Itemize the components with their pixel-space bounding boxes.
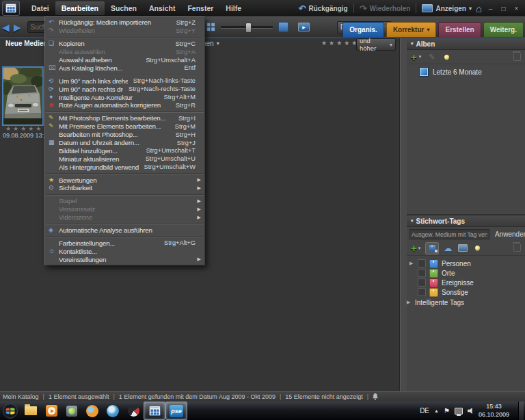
single-view-icon[interactable] — [278, 22, 288, 32]
menu-title[interactable]: Ansicht — [143, 1, 182, 15]
tag-checkbox[interactable] — [418, 278, 426, 287]
menu-item[interactable]: Als Hintergrundbild verwenden Strg+Umsch… — [45, 163, 204, 171]
volume-icon[interactable] — [468, 408, 474, 414]
menu-item[interactable]: ◉ Rote Augen automatisch korrigieren Str… — [45, 101, 204, 109]
organizer-taskbar-button[interactable] — [144, 402, 165, 420]
explorer-taskbar-button[interactable] — [21, 402, 41, 419]
menu-item[interactable]: Videoszene ▶ — [45, 213, 204, 222]
redo-button[interactable]: ↷ Wiederholen — [360, 4, 411, 13]
menu-item[interactable]: Versionssatz ▶ — [45, 205, 204, 213]
minimize-button[interactable]: – — [486, 5, 495, 12]
chevron-down-icon[interactable]: ▾ — [419, 54, 422, 60]
slideshow-icon[interactable]: ▶ — [298, 23, 310, 31]
menu-item[interactable]: ✎ Mit Premiere Elements bearbeiten... St… — [45, 122, 204, 131]
action-center-flag-icon[interactable]: ⚑ — [444, 408, 450, 415]
menu-item[interactable]: ▶ — [46, 111, 204, 112]
smart-tags-row[interactable]: ▶ Intelligente Tags — [407, 298, 525, 307]
album-item[interactable]: Letzte 6 Monate — [407, 64, 525, 77]
action-tab[interactable]: Erstellen ▾ — [438, 22, 481, 37]
star-rating-filter[interactable]: ★★★★★ — [321, 40, 359, 47]
network-icon[interactable] — [455, 408, 463, 415]
delete-tag-icon[interactable] — [513, 244, 521, 252]
apply-button[interactable]: Anwenden — [493, 230, 525, 239]
keyboard-language-indicator[interactable]: DE — [420, 407, 429, 415]
menu-item[interactable]: Farbeinstellungen... Strg+Alt+G ▶ — [45, 239, 204, 247]
menu-item[interactable]: ↷ Wiederholen Strg+Y ▶ — [45, 27, 204, 35]
menu-item[interactable]: ✦ Intelligente Auto-Korrektur Strg+Alt+M… — [45, 93, 204, 101]
firefox-taskbar-button[interactable] — [82, 402, 103, 419]
expander-arrow-icon[interactable]: ▶ — [409, 261, 414, 266]
thunderbird-taskbar-button[interactable] — [103, 402, 123, 419]
menu-item[interactable]: ⊙ Sichtbarkeit ▶ — [45, 184, 204, 192]
menu-item[interactable]: Bildtitel hinzufügen... Strg+Umschalt+T … — [45, 146, 204, 155]
undo-button[interactable]: ↶ Rückgängig — [299, 4, 348, 13]
menu-item[interactable]: Alles auswählen Strg+A ▶ — [45, 48, 204, 56]
menu-item[interactable]: ⟲ Um 90° nach links drehen Strg+Nach-lin… — [45, 77, 204, 85]
face-recognition-icon[interactable] — [457, 243, 469, 254]
menu-item[interactable]: ☺ Kontaktliste... ▶ — [45, 247, 204, 255]
menu-item[interactable]: Miniatur aktualisieren Strg+Umschalt+U ▶ — [45, 155, 204, 163]
menu-item[interactable]: ▶ — [46, 236, 204, 237]
tag-input[interactable] — [409, 229, 489, 239]
usb-device-taskbar-button[interactable] — [62, 402, 82, 419]
pse-editor-taskbar-button[interactable]: pse — [165, 402, 187, 420]
menu-title[interactable]: Suchen — [105, 1, 143, 15]
photo-rating-stars[interactable]: ★★★★★ — [5, 125, 43, 132]
menu-item[interactable]: Stapel ▶ — [45, 197, 204, 205]
slider-thumb[interactable] — [245, 23, 252, 33]
delete-album-icon[interactable] — [513, 53, 521, 61]
menu-item[interactable]: ▶ — [46, 37, 204, 38]
tag-category-row[interactable]: ▶ Personen — [409, 259, 525, 268]
menu-item[interactable]: Auswahl aufheben Strg+Umschalt+A ▶ — [45, 56, 204, 64]
add-tag-button[interactable]: + — [411, 243, 417, 253]
tag-category-row[interactable]: ▶ Sonstige — [409, 287, 525, 297]
tag-lock-view-icon[interactable] — [425, 242, 439, 254]
media-app-taskbar-button[interactable] — [123, 402, 144, 419]
keyword-tags-header[interactable]: ▾ Stichwort-Tags — [407, 215, 525, 227]
menu-title[interactable]: Datei — [25, 1, 55, 15]
menu-item[interactable]: ✎ Mit Photoshop Elements bearbeiten... S… — [45, 114, 204, 122]
thumbnail-size-slider[interactable] — [221, 26, 273, 29]
add-album-button[interactable]: + — [411, 52, 417, 62]
sync-cloud-icon[interactable]: ☁ — [442, 243, 454, 254]
tag-category-row[interactable]: ▶ Ereignisse — [409, 278, 525, 287]
tag-checkbox[interactable] — [418, 288, 426, 296]
menu-item[interactable]: ▶ — [46, 74, 204, 75]
tag-checkbox[interactable] — [418, 269, 426, 277]
menu-title[interactable]: Bearbeiten — [55, 1, 105, 15]
action-tab[interactable]: Korrektur ▾ — [386, 22, 437, 37]
action-tab[interactable]: Weiterg. ▾ — [483, 22, 524, 37]
photo-thumbnail-selected[interactable] — [2, 66, 44, 126]
menu-title[interactable]: Fenster — [181, 1, 219, 15]
menu-item[interactable]: Bearbeiten mit Photoshop... Strg+H ▶ — [45, 131, 204, 139]
menu-item[interactable]: ↶ Rückgängig: Medien importieren Strg+Z … — [45, 18, 204, 27]
tray-expand-icon[interactable]: ▲ — [434, 408, 439, 413]
instant-album-lightbulb-icon[interactable] — [444, 55, 449, 60]
menu-item[interactable]: ▶ — [46, 173, 204, 174]
tag-category-row[interactable]: ▶ Orte — [409, 268, 525, 278]
menu-item[interactable]: ★ Bewertungen ▶ — [45, 176, 204, 184]
menu-item[interactable]: ⟳ Um 90° nach rechts drehen Strg+Nach-re… — [45, 85, 204, 93]
back-button[interactable]: ◀ — [2, 23, 10, 32]
edit-album-icon[interactable]: ✎ — [429, 53, 435, 62]
menu-item[interactable]: ◈ Automatische Analyse ausführen ▶ — [45, 226, 204, 235]
menu-item[interactable]: Voreinstellungen ▶ — [45, 255, 204, 263]
menu-item[interactable]: ▶ — [46, 194, 204, 195]
tag-checkbox[interactable] — [418, 259, 426, 267]
tray-clock[interactable]: 15:43 06.10.2009 — [479, 403, 509, 419]
action-tab[interactable]: Organis. ▾ — [342, 22, 384, 37]
notification-bell-icon[interactable] — [373, 393, 378, 400]
albums-panel-header[interactable]: ▾ Alben — [407, 38, 525, 50]
display-button[interactable]: Anzeigen ▾ — [422, 4, 471, 12]
thumbnail-grid-icon[interactable] — [206, 23, 215, 31]
chevron-down-icon[interactable]: ▾ — [418, 246, 421, 251]
smart-tag-lightbulb-icon[interactable] — [475, 246, 480, 250]
maximize-button[interactable]: □ — [499, 5, 508, 12]
forward-button[interactable]: ▶ — [14, 23, 21, 32]
show-desktop-button[interactable] — [518, 402, 524, 420]
home-icon[interactable]: ⌂ — [476, 3, 482, 14]
menu-item[interactable]: ▦ Datum und Uhrzeit ändern... Strg+J ▶ — [45, 139, 204, 147]
expander-arrow-icon[interactable]: ▶ — [407, 300, 412, 305]
menu-item[interactable]: ⌧ Aus Katalog löschen... Entf ▶ — [45, 64, 204, 72]
menu-item[interactable]: ▶ — [46, 224, 204, 224]
